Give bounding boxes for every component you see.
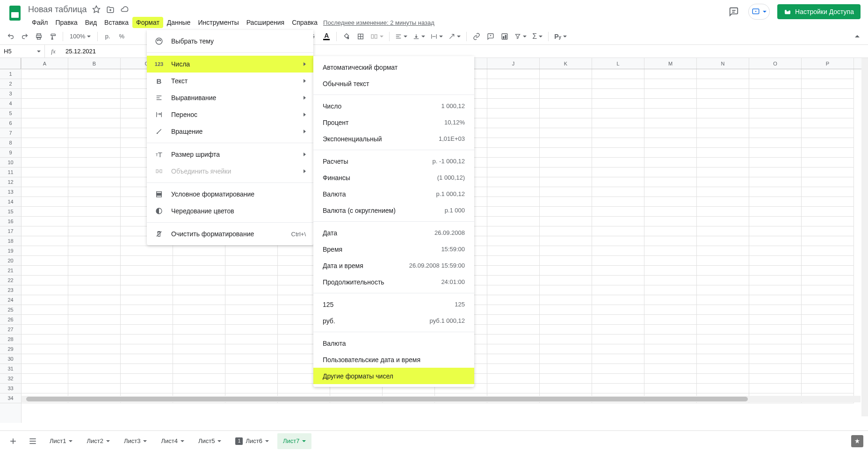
v-align-button[interactable]	[411, 30, 427, 43]
cell[interactable]	[487, 177, 540, 187]
row-header[interactable]: 20	[0, 256, 21, 266]
row-header[interactable]: 4	[0, 99, 21, 109]
cell[interactable]	[68, 148, 121, 158]
cell[interactable]	[487, 266, 540, 276]
fmt-текст[interactable]: BТекст	[147, 73, 313, 89]
cell[interactable]	[225, 354, 278, 364]
row-header[interactable]: 32	[0, 374, 21, 384]
fmt-чередование-цветов[interactable]: Чередование цветов	[147, 203, 313, 219]
cell[interactable]	[644, 344, 697, 354]
cell[interactable]	[540, 207, 592, 217]
star-icon[interactable]	[92, 5, 101, 14]
cell[interactable]	[802, 335, 854, 344]
cell[interactable]	[173, 266, 225, 276]
cell[interactable]	[644, 207, 697, 217]
cell[interactable]	[540, 384, 592, 393]
cell[interactable]	[22, 187, 68, 197]
cell[interactable]	[697, 315, 749, 325]
cell[interactable]	[225, 364, 278, 374]
cell[interactable]	[592, 69, 644, 79]
cell[interactable]	[22, 148, 68, 158]
cell[interactable]	[592, 226, 644, 236]
cell[interactable]	[644, 335, 697, 344]
cell[interactable]	[697, 354, 749, 364]
row-header[interactable]: 18	[0, 236, 21, 246]
cell[interactable]	[644, 69, 697, 79]
numfmt-время[interactable]: Время15:59:00	[313, 241, 474, 257]
vertical-scrollbar[interactable]	[861, 58, 868, 416]
cell[interactable]	[644, 89, 697, 99]
cell[interactable]	[644, 79, 697, 89]
collapse-toolbar-button[interactable]	[851, 30, 863, 43]
cell[interactable]	[644, 256, 697, 266]
cell[interactable]	[802, 295, 854, 305]
cell[interactable]	[540, 325, 592, 335]
cell[interactable]	[644, 148, 697, 158]
cell[interactable]	[22, 325, 68, 335]
cell[interactable]	[68, 295, 121, 305]
col-header[interactable]: B	[68, 58, 121, 69]
cell[interactable]	[697, 276, 749, 285]
fmt-очистить-форматирование[interactable]: Очистить форматированиеCtrl+\	[147, 226, 313, 242]
cell[interactable]	[697, 364, 749, 374]
cell[interactable]	[644, 285, 697, 295]
cell[interactable]	[540, 197, 592, 207]
cell[interactable]	[68, 344, 121, 354]
cell[interactable]	[68, 89, 121, 99]
cell[interactable]	[68, 187, 121, 197]
cloud-icon[interactable]	[120, 5, 129, 14]
cell[interactable]	[487, 305, 540, 315]
cell[interactable]	[540, 187, 592, 197]
name-box[interactable]: H5	[0, 45, 45, 58]
cell[interactable]	[487, 276, 540, 285]
cell[interactable]	[802, 354, 854, 364]
cell[interactable]	[68, 305, 121, 315]
cell[interactable]	[802, 99, 854, 109]
cell[interactable]	[802, 305, 854, 315]
select-all-corner[interactable]	[0, 58, 21, 69]
cell[interactable]	[749, 256, 802, 266]
cell[interactable]	[68, 354, 121, 364]
cell[interactable]	[749, 344, 802, 354]
format-percent-button[interactable]: %	[116, 30, 128, 43]
cell[interactable]	[68, 109, 121, 118]
cell[interactable]	[121, 266, 173, 276]
cell[interactable]	[749, 295, 802, 305]
cell[interactable]	[592, 325, 644, 335]
cell[interactable]	[487, 226, 540, 236]
cell[interactable]	[802, 325, 854, 335]
cell[interactable]	[802, 167, 854, 177]
cell[interactable]	[749, 187, 802, 197]
cell[interactable]	[68, 276, 121, 285]
cell[interactable]	[22, 197, 68, 207]
cell[interactable]	[802, 69, 854, 79]
cell[interactable]	[22, 384, 68, 393]
cell[interactable]	[644, 315, 697, 325]
cell[interactable]	[697, 384, 749, 393]
cell[interactable]	[487, 158, 540, 167]
cell[interactable]	[802, 285, 854, 295]
row-header[interactable]: 1	[0, 69, 21, 79]
cell[interactable]	[644, 177, 697, 187]
cell[interactable]	[592, 158, 644, 167]
cell[interactable]	[68, 177, 121, 187]
cell[interactable]	[749, 138, 802, 148]
cell[interactable]	[22, 364, 68, 374]
cell[interactable]	[644, 197, 697, 207]
cell[interactable]	[592, 335, 644, 344]
menu-данные[interactable]: Данные	[163, 17, 195, 28]
cell[interactable]	[121, 256, 173, 266]
cell[interactable]	[68, 384, 121, 393]
fmt-вращение[interactable]: Вращение	[147, 123, 313, 140]
cell[interactable]	[22, 315, 68, 325]
col-header[interactable]: N	[697, 58, 749, 69]
cell[interactable]	[68, 217, 121, 226]
numfmt-валюта-с-округлением-[interactable]: Валюта (с округлением)р.1 000	[313, 202, 474, 218]
cell[interactable]	[749, 158, 802, 167]
cell[interactable]	[697, 128, 749, 138]
row-header[interactable]: 8	[0, 138, 21, 148]
cell[interactable]	[697, 99, 749, 109]
menu-файл[interactable]: Файл	[28, 17, 51, 28]
cell[interactable]	[540, 374, 592, 384]
cell[interactable]	[173, 364, 225, 374]
